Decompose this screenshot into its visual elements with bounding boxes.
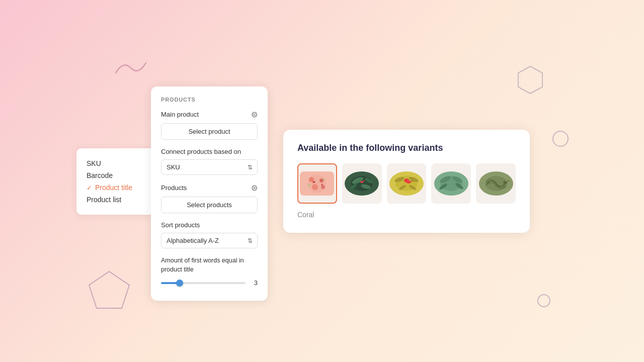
sidebar-item-product-list[interactable]: Product list (87, 194, 147, 206)
svg-point-31 (407, 180, 411, 184)
sidebar-item-sku[interactable]: SKU (87, 157, 147, 169)
variants-title: Available in the following variants (297, 143, 516, 153)
variant-thumb-sage[interactable] (431, 163, 471, 204)
main-product-header: Main product ⊜ (161, 110, 258, 119)
sort-products-label: Sort products (161, 221, 258, 229)
sidebar-item-barcode-label: Barcode (87, 171, 113, 179)
variant-selected-label: Coral (297, 211, 516, 219)
svg-point-41 (503, 181, 507, 184)
svg-point-11 (312, 181, 315, 183)
variant-thumb-tropical-dark[interactable] (342, 163, 382, 204)
slider-row: 3 (161, 279, 258, 287)
connect-based-on-wrapper: SKU Barcode Product title ⇅ (161, 159, 258, 175)
panel-label: PRODUCTS (161, 97, 258, 103)
stack-icon-products[interactable]: ⊜ (251, 183, 258, 193)
svg-marker-2 (89, 272, 129, 308)
sidebar-item-barcode[interactable]: Barcode (87, 169, 147, 182)
svg-point-9 (312, 184, 318, 190)
slider-label: Amount of first words equal in product t… (161, 256, 258, 274)
stack-icon-main[interactable]: ⊜ (251, 110, 258, 119)
sidebar-item-product-title-label: Product title (95, 184, 132, 192)
sidebar-item-product-list-label: Product list (87, 196, 121, 204)
svg-point-1 (553, 131, 568, 146)
products-title: Products (161, 184, 187, 192)
sidebar-item-sku-label: SKU (87, 159, 101, 167)
slider-thumb[interactable] (176, 280, 183, 287)
variants-panel: Available in the following variants (283, 130, 530, 233)
select-products-button[interactable]: Select products (161, 197, 258, 213)
svg-point-3 (538, 295, 550, 307)
connect-based-on-label: Connect products based on (161, 148, 258, 155)
check-icon: ✓ (87, 184, 92, 192)
products-panel: PRODUCTS Main product ⊜ Select product C… (151, 86, 268, 301)
connect-based-on-select[interactable]: SKU Barcode Product title (161, 159, 258, 175)
sort-products-wrapper: Alphabetically A-Z Alphabetically Z-A Pr… (161, 233, 258, 248)
sidebar-panel: SKU Barcode ✓ Product title Product list (76, 148, 157, 215)
variant-thumb-olive[interactable] (476, 163, 516, 204)
slider-value: 3 (250, 279, 258, 287)
variant-thumb-coral[interactable] (297, 163, 337, 204)
svg-marker-0 (518, 66, 542, 94)
main-product-title: Main product (161, 111, 199, 118)
svg-point-12 (321, 184, 323, 186)
sidebar-item-product-title[interactable]: ✓ Product title (87, 182, 147, 194)
svg-point-10 (321, 185, 325, 189)
sort-products-select[interactable]: Alphabetically A-Z Alphabetically Z-A Pr… (161, 233, 258, 248)
variant-thumb-yellow-bird[interactable] (387, 163, 427, 204)
variants-grid (297, 163, 516, 204)
products-header: Products ⊜ (161, 183, 258, 193)
select-product-button[interactable]: Select product (161, 123, 258, 140)
slider-track[interactable] (161, 282, 246, 284)
